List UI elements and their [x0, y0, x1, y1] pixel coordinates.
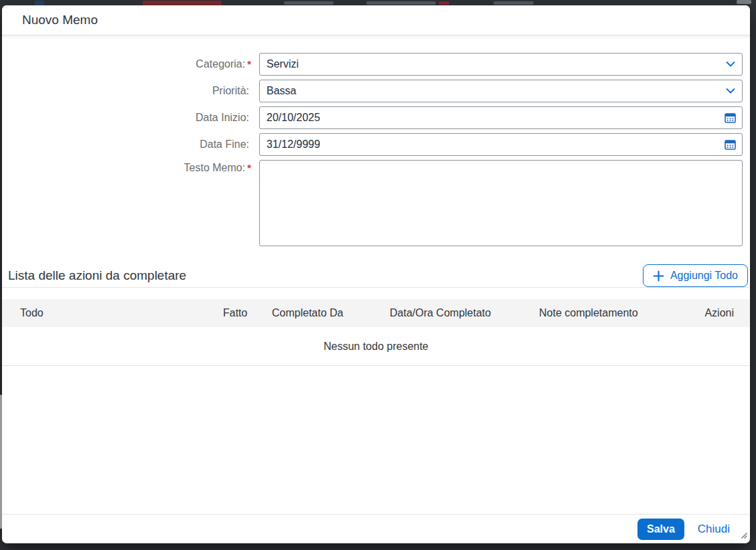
column-header-note-completamento: Note completamento: [539, 307, 703, 319]
data-inizio-label-text: Data Inizio:: [196, 112, 249, 123]
todo-section-header: Lista delle azioni da completare Aggiung…: [2, 264, 750, 287]
chevron-down-icon[interactable]: [725, 86, 736, 96]
nuovo-memo-dialog: Nuovo Memo Categoria:* Priorità: Data In…: [2, 5, 750, 543]
background-brand-text: [143, 1, 222, 5]
background-badge: [439, 1, 449, 5]
priorita-label: Priorità:: [2, 85, 251, 97]
chiudi-button[interactable]: Chiudi: [698, 523, 730, 536]
column-header-todo: Todo: [20, 307, 223, 319]
todo-section-title: Lista delle azioni da completare: [8, 268, 186, 283]
dialog-header: Nuovo Memo: [2, 5, 750, 35]
priorita-label-text: Priorità:: [212, 85, 249, 96]
priorita-select[interactable]: [259, 80, 743, 102]
data-fine-input-wrap: [259, 133, 743, 156]
form-row-categoria: Categoria:*: [2, 53, 750, 76]
calendar-icon[interactable]: [725, 139, 736, 150]
memo-form: Categoria:* Priorità: Data Inizio:: [2, 35, 750, 246]
plus-icon: [653, 270, 664, 282]
calendar-icon[interactable]: [725, 112, 736, 123]
testo-memo-label-text: Testo Memo:: [184, 162, 246, 173]
section-separator: [2, 287, 750, 288]
required-marker: *: [247, 58, 251, 70]
form-row-data-inizio: Data Inizio:: [2, 106, 750, 129]
column-header-data-ora-completato: Data/Ora Completato: [390, 307, 539, 319]
dialog-title: Nuovo Memo: [22, 13, 98, 27]
data-fine-input[interactable]: [259, 133, 743, 156]
salva-button[interactable]: Salva: [637, 519, 684, 540]
background-menu-text: [494, 1, 534, 5]
aggiungi-todo-button[interactable]: Aggiungi Todo: [643, 264, 748, 287]
required-marker: *: [247, 162, 251, 173]
categoria-select[interactable]: [259, 53, 743, 76]
form-row-testo-memo: Testo Memo:*: [2, 160, 750, 246]
chevron-down-icon[interactable]: [725, 59, 736, 70]
todo-table-header: Todo Fatto Completato Da Data/Ora Comple…: [2, 299, 750, 327]
column-header-completato-da: Completato Da: [272, 307, 390, 319]
data-inizio-input-wrap: [259, 106, 743, 129]
data-fine-label: Data Fine:: [2, 139, 251, 151]
form-row-data-fine: Data Fine:: [2, 133, 750, 156]
background-logo-icon: [35, 1, 44, 5]
categoria-label-text: Categoria:: [196, 58, 245, 70]
dialog-footer: Salva Chiudi: [2, 514, 750, 543]
column-header-fatto: Fatto: [223, 307, 272, 319]
background-corner: [737, 0, 751, 4]
data-inizio-label: Data Inizio:: [2, 112, 251, 124]
column-header-azioni: Azioni: [703, 307, 734, 319]
empty-message: Nessun todo presente: [323, 341, 429, 353]
testo-memo-textarea-wrap: [259, 160, 743, 246]
resize-grip[interactable]: [739, 529, 747, 541]
todo-table-body: [2, 366, 750, 514]
testo-memo-label: Testo Memo:*: [2, 160, 251, 174]
priorita-select-wrap: [259, 80, 743, 102]
data-inizio-input[interactable]: [259, 106, 743, 129]
categoria-select-wrap: [259, 53, 743, 76]
categoria-label: Categoria:*: [2, 58, 251, 70]
aggiungi-todo-button-label: Aggiungi Todo: [670, 270, 738, 282]
testo-memo-textarea[interactable]: [259, 160, 743, 246]
background-menu-text: [366, 1, 436, 5]
data-fine-label-text: Data Fine:: [200, 139, 249, 150]
background-menu-text: [284, 1, 333, 5]
form-row-priorita: Priorità:: [2, 80, 750, 102]
todo-table-empty-row: Nessun todo presente: [2, 327, 750, 366]
